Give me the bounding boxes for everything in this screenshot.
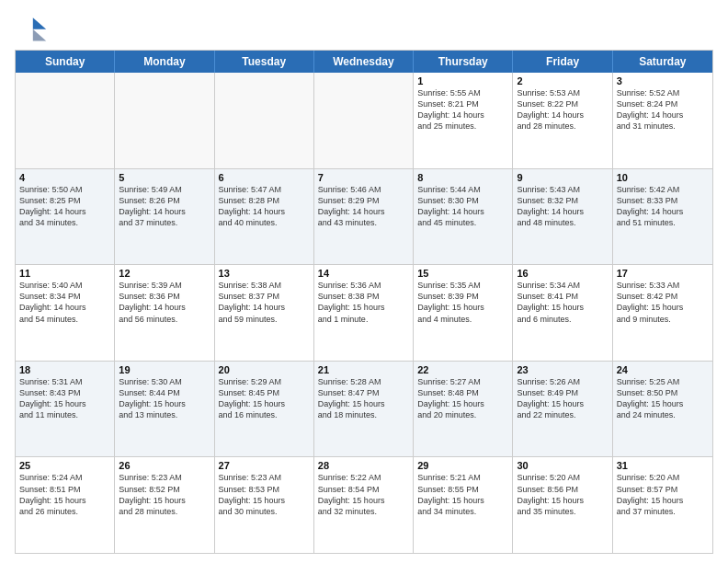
header-day-sunday: Sunday — [16, 51, 115, 73]
calendar-body: 1Sunrise: 5:55 AM Sunset: 8:21 PM Daylig… — [16, 73, 712, 553]
day-info: Sunrise: 5:31 AM Sunset: 8:43 PM Dayligh… — [19, 376, 110, 421]
day-number: 23 — [517, 364, 608, 375]
day-cell-29: 29Sunrise: 5:21 AM Sunset: 8:55 PM Dayli… — [414, 457, 513, 553]
day-cell-empty — [115, 73, 214, 168]
day-cell-23: 23Sunrise: 5:26 AM Sunset: 8:49 PM Dayli… — [513, 362, 612, 457]
calendar-row-2: 4Sunrise: 5:50 AM Sunset: 8:25 PM Daylig… — [16, 169, 712, 266]
day-info: Sunrise: 5:49 AM Sunset: 8:26 PM Dayligh… — [119, 184, 210, 229]
header-day-thursday: Thursday — [414, 51, 513, 73]
day-number: 21 — [318, 364, 409, 375]
day-number: 12 — [119, 268, 210, 279]
day-number: 3 — [617, 75, 709, 86]
day-cell-9: 9Sunrise: 5:43 AM Sunset: 8:32 PM Daylig… — [513, 169, 612, 265]
day-cell-22: 22Sunrise: 5:27 AM Sunset: 8:48 PM Dayli… — [414, 362, 513, 457]
day-number: 28 — [318, 460, 409, 471]
day-number: 2 — [517, 75, 608, 86]
calendar: SundayMondayTuesdayWednesdayThursdayFrid… — [15, 50, 713, 554]
day-info: Sunrise: 5:42 AM Sunset: 8:33 PM Dayligh… — [617, 184, 709, 229]
day-info: Sunrise: 5:36 AM Sunset: 8:38 PM Dayligh… — [318, 280, 409, 325]
day-cell-15: 15Sunrise: 5:35 AM Sunset: 8:39 PM Dayli… — [414, 265, 513, 361]
day-info: Sunrise: 5:24 AM Sunset: 8:51 PM Dayligh… — [19, 472, 110, 517]
day-cell-18: 18Sunrise: 5:31 AM Sunset: 8:43 PM Dayli… — [16, 362, 115, 457]
day-info: Sunrise: 5:35 AM Sunset: 8:39 PM Dayligh… — [417, 280, 508, 325]
day-info: Sunrise: 5:21 AM Sunset: 8:55 PM Dayligh… — [417, 472, 508, 517]
day-cell-7: 7Sunrise: 5:46 AM Sunset: 8:29 PM Daylig… — [314, 169, 414, 265]
day-cell-8: 8Sunrise: 5:44 AM Sunset: 8:30 PM Daylig… — [414, 169, 513, 265]
day-cell-20: 20Sunrise: 5:29 AM Sunset: 8:45 PM Dayli… — [215, 362, 314, 457]
day-cell-4: 4Sunrise: 5:50 AM Sunset: 8:25 PM Daylig… — [16, 169, 115, 265]
logo-icon — [15, 11, 48, 44]
day-number: 31 — [617, 460, 709, 471]
day-cell-empty — [16, 73, 115, 168]
day-number: 10 — [617, 172, 709, 183]
page: SundayMondayTuesdayWednesdayThursdayFrid… — [0, 0, 728, 563]
day-number: 14 — [318, 268, 409, 279]
day-number: 27 — [219, 460, 310, 471]
day-info: Sunrise: 5:47 AM Sunset: 8:28 PM Dayligh… — [219, 184, 310, 229]
day-number: 16 — [517, 268, 608, 279]
day-info: Sunrise: 5:30 AM Sunset: 8:44 PM Dayligh… — [119, 376, 210, 421]
day-number: 11 — [19, 268, 110, 279]
day-number: 13 — [219, 268, 310, 279]
day-cell-3: 3Sunrise: 5:52 AM Sunset: 8:24 PM Daylig… — [613, 73, 712, 168]
day-cell-19: 19Sunrise: 5:30 AM Sunset: 8:44 PM Dayli… — [115, 362, 214, 457]
day-info: Sunrise: 5:44 AM Sunset: 8:30 PM Dayligh… — [417, 184, 508, 229]
day-number: 18 — [19, 364, 110, 375]
day-info: Sunrise: 5:28 AM Sunset: 8:47 PM Dayligh… — [318, 376, 409, 421]
day-info: Sunrise: 5:38 AM Sunset: 8:37 PM Dayligh… — [219, 280, 310, 325]
day-cell-empty — [215, 73, 314, 168]
header-day-friday: Friday — [513, 51, 612, 73]
day-number: 9 — [517, 172, 608, 183]
day-cell-6: 6Sunrise: 5:47 AM Sunset: 8:28 PM Daylig… — [215, 169, 314, 265]
day-cell-13: 13Sunrise: 5:38 AM Sunset: 8:37 PM Dayli… — [215, 265, 314, 361]
calendar-row-5: 25Sunrise: 5:24 AM Sunset: 8:51 PM Dayli… — [16, 457, 712, 553]
calendar-row-1: 1Sunrise: 5:55 AM Sunset: 8:21 PM Daylig… — [16, 73, 712, 169]
day-cell-25: 25Sunrise: 5:24 AM Sunset: 8:51 PM Dayli… — [16, 457, 115, 553]
calendar-row-4: 18Sunrise: 5:31 AM Sunset: 8:43 PM Dayli… — [16, 362, 712, 458]
day-cell-14: 14Sunrise: 5:36 AM Sunset: 8:38 PM Dayli… — [314, 265, 414, 361]
day-cell-30: 30Sunrise: 5:20 AM Sunset: 8:56 PM Dayli… — [513, 457, 612, 553]
day-info: Sunrise: 5:20 AM Sunset: 8:57 PM Dayligh… — [617, 472, 709, 517]
day-cell-12: 12Sunrise: 5:39 AM Sunset: 8:36 PM Dayli… — [115, 265, 214, 361]
day-number: 6 — [219, 172, 310, 183]
day-number: 19 — [119, 364, 210, 375]
day-cell-11: 11Sunrise: 5:40 AM Sunset: 8:34 PM Dayli… — [16, 265, 115, 361]
day-cell-2: 2Sunrise: 5:53 AM Sunset: 8:22 PM Daylig… — [513, 73, 612, 168]
day-info: Sunrise: 5:40 AM Sunset: 8:34 PM Dayligh… — [19, 280, 110, 325]
day-info: Sunrise: 5:23 AM Sunset: 8:52 PM Dayligh… — [119, 472, 210, 517]
day-cell-27: 27Sunrise: 5:23 AM Sunset: 8:53 PM Dayli… — [215, 457, 314, 553]
calendar-row-3: 11Sunrise: 5:40 AM Sunset: 8:34 PM Dayli… — [16, 265, 712, 362]
day-number: 30 — [517, 460, 608, 471]
day-info: Sunrise: 5:20 AM Sunset: 8:56 PM Dayligh… — [517, 472, 608, 517]
day-info: Sunrise: 5:23 AM Sunset: 8:53 PM Dayligh… — [219, 472, 310, 517]
day-cell-28: 28Sunrise: 5:22 AM Sunset: 8:54 PM Dayli… — [314, 457, 414, 553]
day-cell-16: 16Sunrise: 5:34 AM Sunset: 8:41 PM Dayli… — [513, 265, 612, 361]
day-cell-5: 5Sunrise: 5:49 AM Sunset: 8:26 PM Daylig… — [115, 169, 214, 265]
day-number: 1 — [417, 75, 508, 86]
day-number: 15 — [417, 268, 508, 279]
day-cell-10: 10Sunrise: 5:42 AM Sunset: 8:33 PM Dayli… — [613, 169, 712, 265]
day-info: Sunrise: 5:46 AM Sunset: 8:29 PM Dayligh… — [318, 184, 409, 229]
day-info: Sunrise: 5:55 AM Sunset: 8:21 PM Dayligh… — [417, 87, 508, 132]
day-cell-21: 21Sunrise: 5:28 AM Sunset: 8:47 PM Dayli… — [314, 362, 414, 457]
day-info: Sunrise: 5:43 AM Sunset: 8:32 PM Dayligh… — [517, 184, 608, 229]
day-number: 29 — [417, 460, 508, 471]
day-number: 5 — [119, 172, 210, 183]
day-cell-31: 31Sunrise: 5:20 AM Sunset: 8:57 PM Dayli… — [613, 457, 712, 553]
day-info: Sunrise: 5:50 AM Sunset: 8:25 PM Dayligh… — [19, 184, 110, 229]
day-number: 26 — [119, 460, 210, 471]
day-number: 8 — [417, 172, 508, 183]
day-info: Sunrise: 5:53 AM Sunset: 8:22 PM Dayligh… — [517, 87, 608, 132]
day-number: 22 — [417, 364, 508, 375]
day-info: Sunrise: 5:34 AM Sunset: 8:41 PM Dayligh… — [517, 280, 608, 325]
header-day-saturday: Saturday — [613, 51, 712, 73]
day-number: 24 — [617, 364, 709, 375]
calendar-header: SundayMondayTuesdayWednesdayThursdayFrid… — [16, 51, 712, 73]
day-number: 17 — [617, 268, 709, 279]
day-number: 4 — [19, 172, 110, 183]
day-info: Sunrise: 5:33 AM Sunset: 8:42 PM Dayligh… — [617, 280, 709, 325]
day-cell-17: 17Sunrise: 5:33 AM Sunset: 8:42 PM Dayli… — [613, 265, 712, 361]
day-info: Sunrise: 5:39 AM Sunset: 8:36 PM Dayligh… — [119, 280, 210, 325]
header-day-tuesday: Tuesday — [215, 51, 314, 73]
header-day-wednesday: Wednesday — [314, 51, 414, 73]
